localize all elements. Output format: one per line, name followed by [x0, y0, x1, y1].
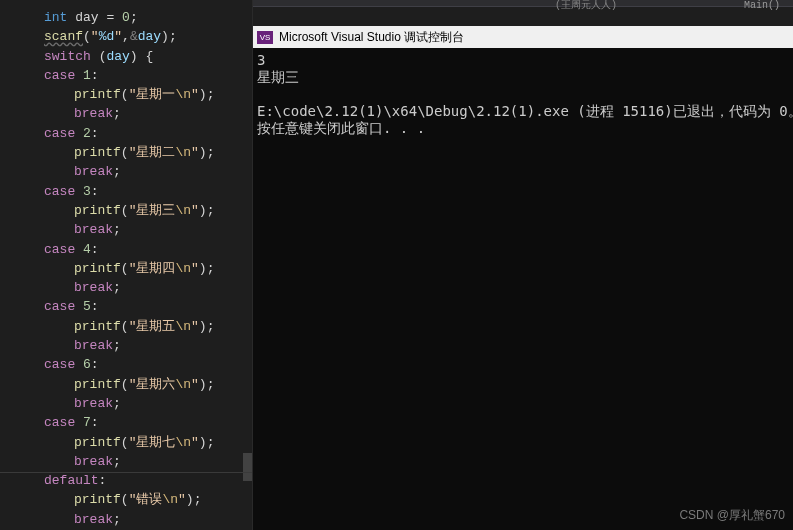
console-line: E:\code\2.12(1)\x64\Debug\2.12(1).exe (进…: [257, 103, 793, 119]
code-line: case 6:: [12, 355, 252, 374]
code-line: break;: [12, 510, 252, 529]
code-line: break;: [12, 394, 252, 413]
code-line: switch (day) {: [12, 47, 252, 66]
code-line: printf("星期四\n");: [12, 259, 252, 278]
code-line: case 4:: [12, 240, 252, 259]
vs-icon: VS: [257, 31, 273, 44]
console-title-text: Microsoft Visual Studio 调试控制台: [279, 26, 464, 48]
code-line: printf("星期二\n");: [12, 143, 252, 162]
code-line: case 3:: [12, 182, 252, 201]
code-line: case 1:: [12, 66, 252, 85]
code-line: printf("星期七\n");: [12, 433, 252, 452]
code-editor[interactable]: int day = 0; scanf("%d",&day); switch (d…: [0, 0, 252, 530]
code-line: printf("星期三\n");: [12, 201, 252, 220]
code-line: break;: [12, 452, 252, 471]
code-line: break;: [12, 162, 252, 181]
watermark: CSDN @厚礼蟹670: [679, 507, 785, 524]
console-line: 星期三: [257, 69, 299, 85]
code-line: case 2:: [12, 124, 252, 143]
top-bar: (王周元人人) Main(): [253, 0, 793, 7]
console-line: 按任意键关闭此窗口. . .: [257, 120, 425, 136]
code-line: scanf("%d",&day);: [12, 27, 252, 46]
code-line: break;: [12, 104, 252, 123]
right-pill: Main(): [736, 0, 788, 6]
code-line: break;: [12, 220, 252, 239]
code-line: printf("星期一\n");: [12, 85, 252, 104]
code-line: break;: [12, 278, 252, 297]
scrollbar-thumb[interactable]: [243, 453, 252, 481]
top-tag: (王周元人人): [555, 0, 617, 12]
console-titlebar[interactable]: VS Microsoft Visual Studio 调试控制台: [253, 26, 793, 48]
code-line: break;: [12, 336, 252, 355]
code-line: printf("星期五\n");: [12, 317, 252, 336]
editor-divider: [0, 472, 252, 473]
code-line: case 7:: [12, 413, 252, 432]
code-line: case 5:: [12, 297, 252, 316]
code-line: printf("星期六\n");: [12, 375, 252, 394]
code-line: printf("错误\n");: [12, 490, 252, 509]
console-output[interactable]: 3 星期三 E:\code\2.12(1)\x64\Debug\2.12(1).…: [253, 48, 793, 530]
code-line: default:: [12, 471, 252, 490]
console-line: 3: [257, 52, 265, 68]
code-line: int day = 0;: [12, 8, 252, 27]
